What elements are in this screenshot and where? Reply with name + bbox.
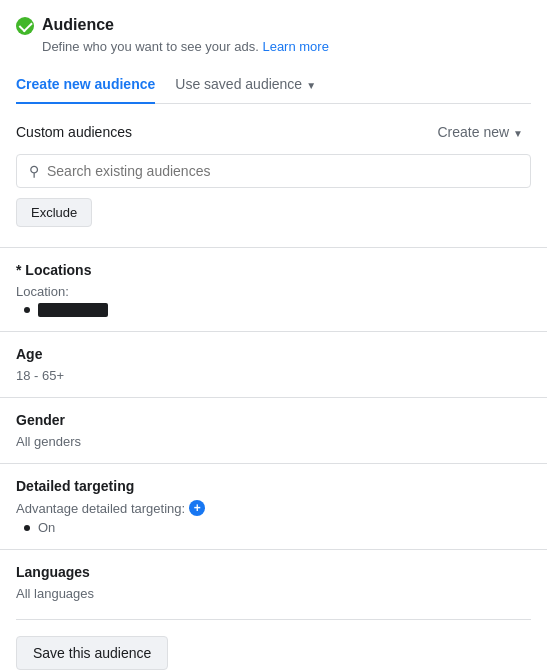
redacted-location [38,303,108,317]
detailed-targeting-label: Detailed targeting [16,478,531,494]
age-value: 18 - 65+ [16,368,531,383]
advantage-label: Advantage detailed targeting: [16,501,185,516]
languages-section: Languages All languages [16,550,531,615]
location-sublabel: Location: [16,284,531,299]
custom-audiences-label: Custom audiences [16,124,132,140]
advantage-plus-icon[interactable]: + [189,500,205,516]
audience-header: Audience [16,16,531,35]
tab-use-saved[interactable]: Use saved audience [175,66,316,104]
age-section: Age 18 - 65+ [16,332,531,397]
languages-value: All languages [16,586,531,601]
status-icon [16,17,34,35]
location-item [16,303,531,317]
exclude-button[interactable]: Exclude [16,198,92,227]
detailed-targeting-section: Detailed targeting Advantage detailed ta… [16,464,531,549]
gender-section: Gender All genders [16,398,531,463]
footer: Save this audience [16,619,531,670]
locations-label: Locations [16,262,531,278]
search-box: ⚲ [16,154,531,188]
chevron-down-icon [306,76,316,92]
tab-create-new[interactable]: Create new audience [16,66,155,104]
locations-section: Locations Location: [16,248,531,331]
audience-tabs: Create new audience Use saved audience [16,66,531,104]
advantage-row: Advantage detailed targeting: + [16,500,531,516]
custom-audiences-row: Custom audiences Create new [16,120,531,144]
subtitle-text: Define who you want to see your ads. Lea… [42,39,531,54]
age-label: Age [16,346,531,362]
page-title: Audience [42,16,114,34]
gender-label: Gender [16,412,531,428]
save-audience-button[interactable]: Save this audience [16,636,168,670]
chevron-down-icon [513,124,523,140]
bullet-dot [24,525,30,531]
gender-value: All genders [16,434,531,449]
bullet-dot [24,307,30,313]
advantage-value-item: On [16,520,531,535]
search-icon: ⚲ [29,163,39,179]
learn-more-link[interactable]: Learn more [262,39,328,54]
advantage-value: On [38,520,55,535]
search-input[interactable] [47,163,518,179]
languages-label: Languages [16,564,531,580]
create-new-button[interactable]: Create new [430,120,532,144]
